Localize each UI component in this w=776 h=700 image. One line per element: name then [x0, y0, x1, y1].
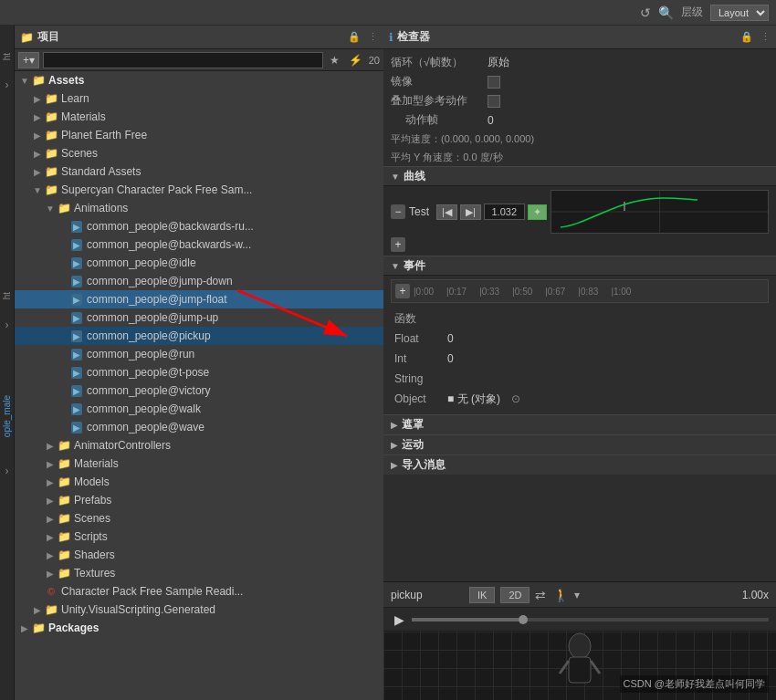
layers-label[interactable]: 层级: [681, 5, 703, 20]
curve-prev-btn[interactable]: |◀: [436, 204, 457, 220]
curve-remove-btn[interactable]: −: [391, 204, 405, 219]
curve-add-btn[interactable]: +: [391, 237, 405, 252]
inspector-menu-icon[interactable]: ⋮: [760, 31, 771, 43]
tree-item-anim11[interactable]: ▶common_people@walk: [15, 400, 383, 418]
tree-item-shaders[interactable]: ▶📁Shaders: [15, 546, 383, 564]
tree-item-packages[interactable]: ▶📁Packages: [15, 619, 383, 637]
tree-arrow-animator-controllers[interactable]: ▶: [44, 441, 57, 451]
tree-arrow-planet-earth[interactable]: ▶: [31, 131, 44, 141]
tree-arrow-assets[interactable]: ▼: [18, 76, 31, 86]
events-title: 事件: [404, 258, 425, 274]
tree-icon-anim9: ▶: [69, 365, 84, 380]
tree-item-anim3[interactable]: ▶common_people@idle: [15, 254, 383, 272]
curve-add-key-btn[interactable]: ✦: [528, 204, 547, 220]
tree-item-anim6[interactable]: ▶common_people@jump-up: [15, 308, 383, 327]
tree-item-scripts[interactable]: ▶📁Scripts: [15, 528, 383, 546]
tree-arrow-shaders[interactable]: ▶: [44, 550, 57, 560]
import-msg-section-header[interactable]: ▶ 导入消息: [383, 454, 776, 475]
tree-arrow-visual-scripting[interactable]: ▶: [31, 605, 44, 615]
play-btn[interactable]: ▶: [391, 611, 408, 629]
tree-label-anim1: common_people@backwards-ru...: [87, 220, 254, 233]
timeline-add-btn[interactable]: +: [395, 284, 410, 298]
inspector-lock-icon[interactable]: 🔒: [740, 31, 753, 43]
tree-item-animator-controllers[interactable]: ▶📁AnimatorControllers: [15, 436, 383, 454]
tree-arrow-scenes2[interactable]: ▶: [44, 514, 57, 524]
tree-arrow-standard-assets[interactable]: ▶: [31, 167, 44, 177]
sidebar-arrow-3[interactable]: ›: [5, 465, 9, 477]
tree-item-materials2[interactable]: ▶📁Materials: [15, 454, 383, 473]
sidebar-arrow-2[interactable]: ›: [5, 319, 9, 331]
tree-icon-anim7: ▶: [69, 329, 84, 343]
transfer-icon[interactable]: ⇄: [535, 588, 546, 602]
tree-item-prefabs[interactable]: ▶📁Prefabs: [15, 491, 383, 509]
tree-item-char-pack[interactable]: ©Character Pack Free Sample Readi...: [15, 582, 383, 601]
tree-label-scripts: Scripts: [74, 530, 108, 543]
tree-item-visual-scripting[interactable]: ▶📁Unity.VisualScripting.Generated: [15, 601, 383, 619]
progress-track[interactable]: [412, 618, 769, 622]
tree-icon-anim2: ▶: [69, 237, 84, 252]
curve-play-btn[interactable]: ▶|: [460, 204, 481, 220]
tree-item-materials-root[interactable]: ▶📁Materials: [15, 108, 383, 126]
search-icon[interactable]: 🔍: [658, 5, 674, 20]
panel-lock-icon[interactable]: 🔒: [348, 31, 361, 43]
tree-label-char-pack: Character Pack Free Sample Readi...: [61, 585, 243, 598]
panel-menu-icon[interactable]: ⋮: [368, 31, 378, 43]
tree-item-anim4[interactable]: ▶common_people@jump-down: [15, 272, 383, 290]
avg-angular-row: 平均 Y 角速度：0.0 度/秒: [383, 148, 776, 166]
import-msg-title: 导入消息: [402, 457, 446, 473]
tree-item-anim8[interactable]: ▶common_people@run: [15, 345, 383, 363]
marker-0: |0:00: [414, 287, 434, 297]
curve-graph[interactable]: [551, 190, 769, 234]
tree-arrow-learn[interactable]: ▶: [31, 94, 44, 104]
tree-item-planet-earth[interactable]: ▶📁Planet Earth Free: [15, 126, 383, 144]
tree-arrow-textures[interactable]: ▶: [44, 569, 57, 579]
sidebar-arrow-1[interactable]: ›: [5, 78, 9, 91]
tree-item-scenes-root[interactable]: ▶📁Scenes: [15, 144, 383, 162]
tree-item-scenes2[interactable]: ▶📁Scenes: [15, 509, 383, 528]
tree-item-anim1[interactable]: ▶common_people@backwards-ru...: [15, 217, 383, 235]
curve-time-input[interactable]: [484, 204, 525, 220]
settings-icon[interactable]: ⚡: [346, 53, 365, 68]
add-button[interactable]: +▾: [18, 52, 39, 68]
tree-item-anim12[interactable]: ▶common_people@wave: [15, 418, 383, 436]
avatar-icon[interactable]: 🚶: [553, 588, 569, 602]
tree-arrow-scenes-root[interactable]: ▶: [31, 149, 44, 159]
tree-arrow-supercyan[interactable]: ▼: [31, 185, 44, 195]
ik-button[interactable]: IK: [469, 587, 495, 603]
search-input[interactable]: [43, 52, 323, 68]
tree-item-anim10[interactable]: ▶common_people@victory: [15, 381, 383, 400]
tree-arrow-materials-root[interactable]: ▶: [31, 112, 44, 122]
tree-arrow-scripts[interactable]: ▶: [44, 532, 57, 542]
filter-icon[interactable]: ★: [327, 53, 342, 68]
tree-item-assets[interactable]: ▼📁Assets: [15, 71, 383, 89]
character-preview: [543, 632, 616, 700]
tree-item-standard-assets[interactable]: ▶📁Standard Assets: [15, 162, 383, 181]
tree-item-animations-folder[interactable]: ▼📁Animations: [15, 199, 383, 217]
2d-button[interactable]: 2D: [500, 587, 530, 603]
motion-section-header[interactable]: ▶ 运动: [383, 434, 776, 454]
object-target-icon[interactable]: ⊙: [511, 392, 520, 405]
tree-item-anim2[interactable]: ▶common_people@backwards-w...: [15, 235, 383, 254]
curves-section-header[interactable]: ▼ 曲线: [383, 166, 776, 186]
tree-item-models[interactable]: ▶📁Models: [15, 473, 383, 491]
tree-item-anim9[interactable]: ▶common_people@t-pose: [15, 363, 383, 381]
mask-section-header[interactable]: ▶ 遮罩: [383, 414, 776, 434]
tree-arrow-animations-folder[interactable]: ▼: [44, 204, 57, 214]
tree-arrow-packages[interactable]: ▶: [18, 623, 31, 633]
mirror-checkbox[interactable]: [488, 76, 500, 89]
dropdown-arrow[interactable]: ▾: [574, 589, 580, 601]
undo-icon[interactable]: ↺: [640, 5, 651, 20]
tree-icon-anim6: ▶: [69, 310, 84, 325]
tree-item-learn[interactable]: ▶📁Learn: [15, 89, 383, 108]
events-timeline[interactable]: + |0:00 |0:17 |0:33 |0:50 |0:67 |0:83 |1…: [391, 279, 769, 303]
tree-item-anim7[interactable]: ▶common_people@pickup: [15, 327, 383, 345]
additive-checkbox[interactable]: [488, 95, 500, 108]
tree-arrow-prefabs[interactable]: ▶: [44, 496, 57, 506]
tree-arrow-models[interactable]: ▶: [44, 477, 57, 487]
tree-item-anim5[interactable]: ▶common_people@jump-float: [15, 290, 383, 308]
tree-arrow-materials2[interactable]: ▶: [44, 459, 57, 469]
events-section-header[interactable]: ▼ 事件: [383, 256, 776, 276]
layout-dropdown[interactable]: Layout: [710, 5, 769, 21]
tree-item-supercyan[interactable]: ▼📁Supercyan Character Pack Free Sam...: [15, 181, 383, 199]
tree-item-textures[interactable]: ▶📁Textures: [15, 564, 383, 582]
